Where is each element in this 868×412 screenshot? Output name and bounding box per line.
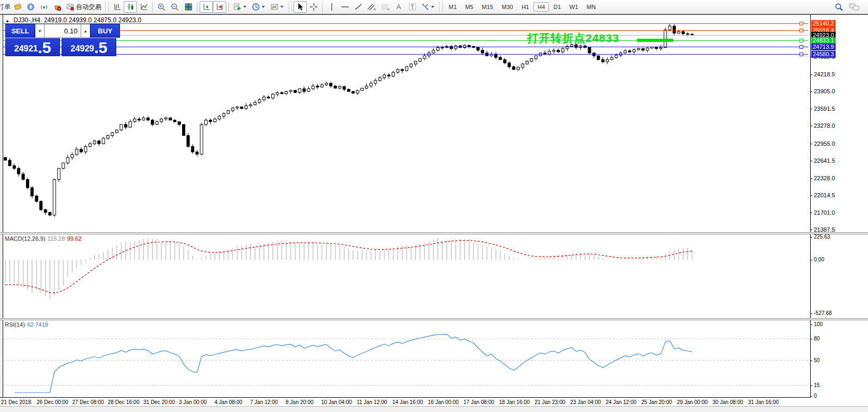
rsi-scale-label: 50 xyxy=(814,357,820,363)
zoom-out-icon xyxy=(170,3,179,12)
line-handle[interactable] xyxy=(800,45,803,49)
svg-text:F: F xyxy=(388,8,390,11)
candlestick-button[interactable] xyxy=(124,1,137,13)
market-button[interactable] xyxy=(50,1,64,13)
pane-splitter-macd[interactable] xyxy=(0,232,868,234)
autotrade-label: 自动交易 xyxy=(76,3,101,12)
channel-button[interactable]: E xyxy=(365,1,379,13)
collapse-triangle-icon[interactable]: ▲ xyxy=(5,19,10,23)
line-handle[interactable] xyxy=(800,52,803,56)
horizontal-level-line[interactable] xyxy=(3,30,808,31)
fibonacci-button[interactable]: F xyxy=(379,1,392,13)
sell-button[interactable]: SELL xyxy=(5,24,35,38)
current-price-line[interactable] xyxy=(3,35,808,36)
auto-scroll-button[interactable] xyxy=(200,1,213,13)
price-pane[interactable] xyxy=(3,15,810,232)
x-tick-label: 31 Dec 20:00 xyxy=(143,399,175,405)
macd-scale-label: 225.63 xyxy=(814,234,830,240)
templates-button[interactable] xyxy=(268,1,287,13)
shapes-icon xyxy=(421,3,429,11)
x-tick-label: 27 Dec 08:00 xyxy=(72,399,104,405)
x-tick-label: 26 Dec 00:00 xyxy=(37,399,68,405)
macd-pane[interactable] xyxy=(3,234,810,318)
volume-input[interactable]: 0.10 xyxy=(45,24,81,38)
x-tick-label: 16 Jan 00:00 xyxy=(428,399,459,405)
zoom-in-button[interactable] xyxy=(155,1,168,13)
navigator-button[interactable] xyxy=(24,1,37,13)
y-tick-label: 22328.0 xyxy=(814,175,835,181)
horizontal-line-icon xyxy=(341,3,349,11)
fibonacci-icon: F xyxy=(381,3,390,11)
timeframe-h4[interactable]: H4 xyxy=(534,2,548,12)
timeframe-d1[interactable]: D1 xyxy=(550,2,565,12)
status-bar xyxy=(0,406,868,412)
x-tick-label: 31 Jan 16:00 xyxy=(748,399,779,405)
timeframe-m5[interactable]: M5 xyxy=(461,2,477,12)
chat-icon[interactable] xyxy=(849,3,860,11)
market-watch-icon xyxy=(13,3,22,11)
x-tick-label: 23 Jan 04:00 xyxy=(570,399,601,405)
indicators-icon xyxy=(233,3,242,11)
sell-price[interactable]: 24921.5 xyxy=(5,38,60,56)
horizontal-level-line[interactable] xyxy=(3,54,808,55)
timeframe-mn[interactable]: MN xyxy=(583,2,599,12)
line-chart-button[interactable] xyxy=(137,1,150,13)
horizontal-level-line[interactable] xyxy=(3,40,808,41)
tile-windows-button[interactable] xyxy=(182,1,195,13)
zoom-out-button[interactable] xyxy=(168,1,182,13)
x-tick-label: 21 Jan 23:00 xyxy=(535,399,565,405)
trendline-button[interactable] xyxy=(351,1,365,13)
x-tick-label: 17 Jan 08:00 xyxy=(463,399,494,405)
search-icon[interactable] xyxy=(835,3,844,12)
y-tick-label: 22641.5 xyxy=(814,157,835,164)
volume-decrease-button[interactable]: ▼ xyxy=(35,24,45,38)
timeframe-m1[interactable]: M1 xyxy=(445,2,460,12)
x-tick-label: 25 Jan 20:00 xyxy=(641,399,672,405)
label-button[interactable]: T xyxy=(406,1,419,13)
rsi-scale-label: 80 xyxy=(814,336,820,341)
rsi-label: RSI(14)62.7418 xyxy=(5,321,48,328)
cursor-button[interactable] xyxy=(294,1,307,13)
chart-frame-bottom xyxy=(0,397,811,398)
volume-increase-button[interactable]: ▲ xyxy=(81,24,90,38)
timeframe-group: M1M5M15M30H1H4D1W1MN xyxy=(444,2,600,12)
chart-shift-button[interactable] xyxy=(213,1,226,13)
autotrade-icon xyxy=(66,3,74,11)
vertical-line-button[interactable] xyxy=(325,1,338,13)
chart-symbol-period: DJ30-,H4 xyxy=(13,16,40,24)
market-watch-button[interactable] xyxy=(11,1,24,13)
tile-windows-icon xyxy=(184,3,193,11)
indicators-caret xyxy=(243,6,246,8)
crosshair-button[interactable] xyxy=(307,1,320,13)
x-tick-label: 30 Jan 08:00 xyxy=(712,399,743,405)
timeframe-h1[interactable]: H1 xyxy=(518,2,532,12)
pane-splitter-rsi[interactable] xyxy=(0,318,868,320)
line-handle[interactable] xyxy=(800,22,803,25)
timeframe-m15[interactable]: M15 xyxy=(478,2,497,12)
timeframe-m30[interactable]: M30 xyxy=(498,2,517,12)
autotrade-button[interactable]: 自动交易 xyxy=(64,1,104,13)
horizontal-level-line[interactable] xyxy=(3,47,808,47)
bar-chart-button[interactable] xyxy=(110,1,124,13)
cursor-icon xyxy=(296,3,305,11)
line-handle[interactable] xyxy=(800,29,803,32)
periods-button[interactable] xyxy=(250,1,268,13)
signals-button[interactable] xyxy=(37,1,50,13)
line-handle[interactable] xyxy=(800,39,803,42)
text-button[interactable]: A xyxy=(392,1,406,13)
y-tick-label: 22955.0 xyxy=(814,141,835,147)
rsi-scale-label: 100 xyxy=(814,321,823,327)
new-order-button[interactable]: 打单 xyxy=(0,3,11,12)
timeframe-w1[interactable]: W1 xyxy=(566,2,582,12)
y-tick-label: 21701.0 xyxy=(814,209,835,216)
buy-price[interactable]: 24929.5 xyxy=(62,38,116,56)
indicators-button[interactable] xyxy=(231,1,250,13)
y-tick-label: 23905.0 xyxy=(814,88,835,94)
buy-button[interactable]: BUY xyxy=(90,24,120,38)
annotation-text[interactable]: 打开转折点24833 xyxy=(527,31,619,46)
turning-point-segment[interactable] xyxy=(637,39,673,42)
templates-caret xyxy=(280,6,283,8)
shapes-button[interactable] xyxy=(419,1,437,13)
rsi-pane[interactable] xyxy=(3,320,810,397)
horizontal-line-button[interactable] xyxy=(338,1,351,13)
